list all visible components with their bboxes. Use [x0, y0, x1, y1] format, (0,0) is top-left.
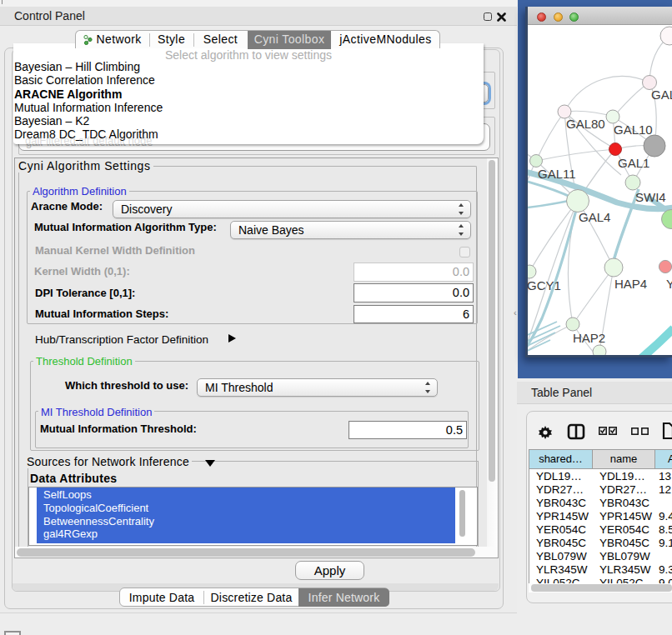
svg-text:Y: Y — [666, 277, 672, 291]
svg-text:GAL11: GAL11 — [538, 167, 576, 181]
svg-text:HAP2: HAP2 — [573, 331, 605, 345]
svg-text:GCY1: GCY1 — [528, 278, 561, 292]
svg-text:SWI4: SWI4 — [635, 190, 666, 204]
svg-text:GAL2: GAL2 — [651, 88, 672, 102]
svg-text:GAL4: GAL4 — [579, 210, 610, 224]
svg-text:GAL10: GAL10 — [614, 122, 653, 137]
svg-text:GAL1: GAL1 — [618, 156, 649, 170]
svg-text:GAL80: GAL80 — [566, 117, 605, 131]
svg-text:HAP4: HAP4 — [614, 277, 647, 291]
